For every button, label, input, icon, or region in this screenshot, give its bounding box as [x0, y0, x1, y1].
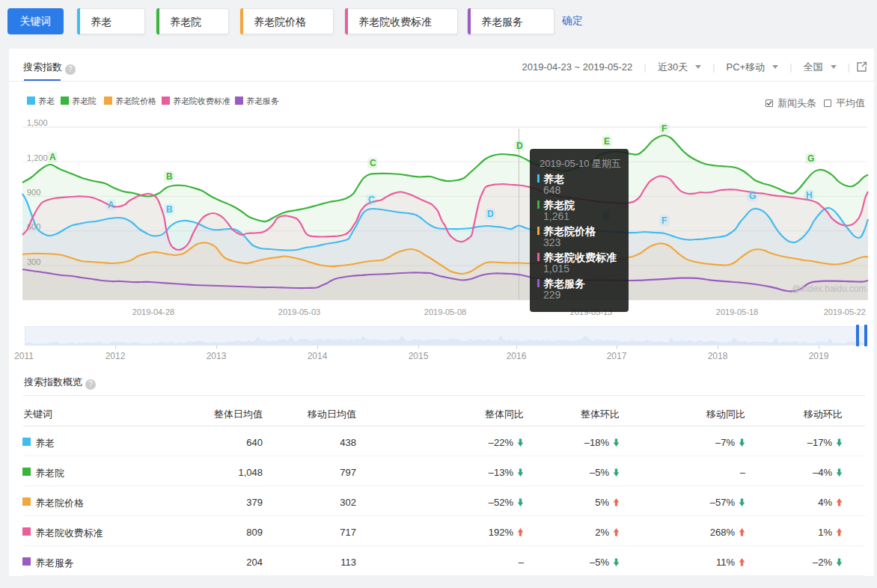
svg-text:D: D [516, 141, 523, 151]
svg-text:C: C [370, 158, 376, 168]
svg-text:E: E [604, 136, 610, 147]
svg-text:1,200: 1,200 [27, 153, 48, 162]
svg-text:D: D [487, 209, 494, 219]
svg-text:B: B [166, 171, 173, 182]
svg-text:2019-05-18: 2019-05-18 [716, 307, 758, 316]
svg-text:1,500: 1,500 [27, 118, 48, 127]
svg-text:H: H [806, 190, 813, 200]
svg-text:F: F [661, 215, 667, 226]
svg-text:A: A [108, 200, 114, 210]
svg-text:G: G [807, 153, 814, 164]
svg-text:2019-05-08: 2019-05-08 [424, 307, 466, 316]
svg-text:2019-05-22: 2019-05-22 [824, 307, 866, 316]
svg-text:C: C [368, 195, 375, 205]
svg-text:F: F [661, 123, 667, 134]
svg-text:G: G [749, 191, 756, 201]
svg-text:B: B [166, 204, 173, 215]
svg-text:@index.baidu.com: @index.baidu.com [792, 284, 867, 294]
svg-text:A: A [49, 152, 56, 162]
svg-text:2019-05-03: 2019-05-03 [278, 307, 320, 316]
svg-text:2019-04-28: 2019-04-28 [132, 307, 174, 316]
